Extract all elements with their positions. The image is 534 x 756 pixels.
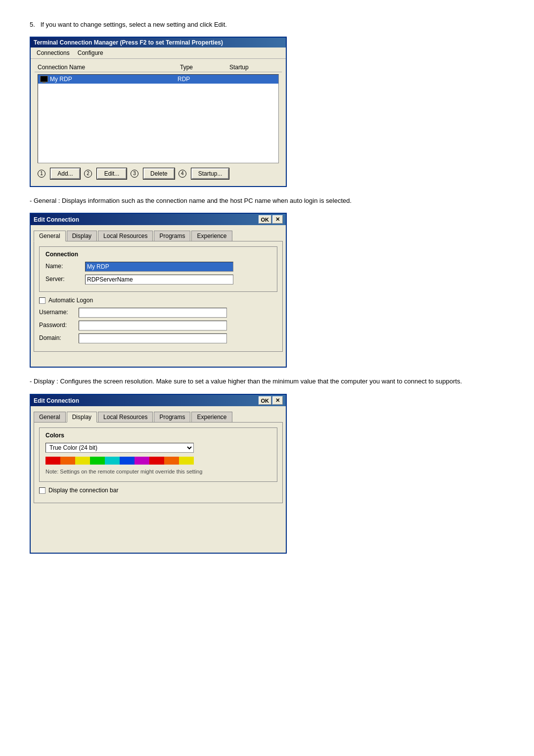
btn-num-4: 4 [178,170,186,178]
ok-button[interactable]: OK [259,215,272,224]
dialog-footer-display [31,503,286,553]
autologon-checkbox[interactable] [39,297,45,304]
tab-content-general: Connection Name: Server: Automatic Logon… [34,241,283,352]
tab-display-d[interactable]: Display [67,412,97,423]
connection-section: Connection Name: Server: [39,246,277,292]
colors-section-title: Colors [45,432,271,439]
step-text: 5. If you want to change settings, selec… [30,20,504,30]
server-input[interactable] [85,275,233,284]
table-row[interactable]: My RDP RDP [38,75,278,84]
domain-input[interactable] [79,333,227,343]
action-buttons-row: 1 Add... 2 Edit... 3 Delete 4 Startup... [35,165,282,182]
color-seg-2 [60,457,75,465]
name-input[interactable] [85,262,233,272]
server-label: Server: [45,276,85,283]
conn-table-header: Connection Name Type Startup [35,63,282,72]
color-seg-7 [134,457,149,465]
color-bar [45,457,194,465]
username-input[interactable] [79,308,227,318]
connection-manager-title: Terminal Connection Manager (Press F2 to… [34,39,223,46]
name-label: Name: [45,263,85,270]
edit-connection-display-titlebar: Edit Connection OK ✕ [31,395,286,406]
edit-connection-display-title: Edit Connection [34,397,79,404]
connection-manager-menubar: Connections Configure [31,47,286,59]
color-seg-6 [120,457,134,465]
color-seg-10 [179,457,194,465]
tabs-area-display: General Display Local Resources Programs… [31,406,286,503]
btn-num-3: 3 [131,170,138,178]
color-seg-9 [164,457,179,465]
tab-row-display: General Display Local Resources Programs… [34,411,283,422]
add-button[interactable]: Add... [50,168,80,179]
close-button[interactable]: ✕ [272,215,283,224]
username-label: Username: [39,309,79,316]
edit-connection-general-window: Edit Connection OK ✕ General Display Loc… [30,213,287,368]
delete-button[interactable]: Delete [143,168,175,179]
edit-button[interactable]: Edit... [97,168,127,179]
col-type: Type [180,64,229,71]
step-number: 5. [30,21,35,28]
col-startup: Startup [229,64,279,71]
connection-manager-body: Connection Name Type Startup My RDP RDP … [31,59,286,186]
display-bar-row: Display the connection bar [39,487,277,494]
conn-name-value: My RDP [50,76,72,83]
startup-button[interactable]: Startup... [191,168,229,179]
ok-button-display[interactable]: OK [259,396,272,405]
conn-type-value: RDP [178,76,227,83]
name-row: Name: [45,262,271,272]
display-bar-checkbox[interactable] [39,487,45,494]
server-row: Server: [45,275,271,284]
autologon-row: Automatic Logon [39,297,277,304]
domain-row: Domain: [39,333,277,343]
tab-experience[interactable]: Experience [191,231,232,241]
connection-section-title: Connection [45,251,271,258]
tab-content-display: Colors True Color (24 bit) Note: Set [34,422,283,503]
menu-configure[interactable]: Configure [74,48,107,57]
dialog-footer-general [31,352,286,367]
tab-local-resources[interactable]: Local Resources [98,231,153,241]
btn-num-2: 2 [84,170,92,178]
color-seg-8 [149,457,164,465]
autologon-label: Automatic Logon [48,297,93,304]
color-dropdown[interactable]: True Color (24 bit) [45,443,194,453]
edit-connection-display-window: Edit Connection OK ✕ General Display Loc… [30,394,287,554]
tab-general[interactable]: General [34,231,66,241]
tab-display[interactable]: Display [67,231,97,241]
color-seg-5 [105,457,120,465]
color-seg-3 [75,457,90,465]
edit-connection-general-titlebar: Edit Connection OK ✕ [31,214,286,225]
titlebar-buttons: OK ✕ [259,215,283,224]
conn-row-name: My RDP [40,76,178,83]
color-note: Note: Settings on the remote computer mi… [45,469,271,474]
tab-programs[interactable]: Programs [154,231,190,241]
color-seg-4 [90,457,105,465]
step-description: If you want to change settings, select a… [41,21,227,28]
titlebar-buttons-display: OK ✕ [259,396,283,405]
tab-programs-d[interactable]: Programs [154,412,190,423]
conn-table-body[interactable]: My RDP RDP [38,74,279,163]
col-connection-name: Connection Name [38,64,180,71]
close-button-display[interactable]: ✕ [272,396,283,405]
tab-row: General Display Local Resources Programs… [34,230,283,241]
tab-general-d[interactable]: General [34,412,66,423]
password-input[interactable] [79,321,227,331]
password-row: Password: [39,321,277,331]
domain-label: Domain: [39,334,79,341]
password-label: Password: [39,322,79,329]
display-bar-label: Display the connection bar [48,487,118,494]
username-row: Username: [39,308,277,318]
desc2-text: - Display : Configures the screen resolu… [30,377,504,387]
tabs-area: General Display Local Resources Programs… [31,225,286,352]
menu-connections[interactable]: Connections [33,48,74,57]
connection-manager-titlebar: Terminal Connection Manager (Press F2 to… [31,38,286,47]
edit-connection-general-title: Edit Connection [34,216,79,223]
connection-manager-window: Terminal Connection Manager (Press F2 to… [30,37,287,187]
desc1-text: - General : Displays information such as… [30,196,504,206]
tab-local-resources-d[interactable]: Local Resources [98,412,153,423]
btn-num-1: 1 [38,170,45,178]
monitor-icon [40,76,48,82]
color-seg-1 [45,457,60,465]
tab-experience-d[interactable]: Experience [191,412,232,423]
conn-startup-value [227,76,276,83]
colors-section: Colors True Color (24 bit) Note: Set [39,427,277,482]
